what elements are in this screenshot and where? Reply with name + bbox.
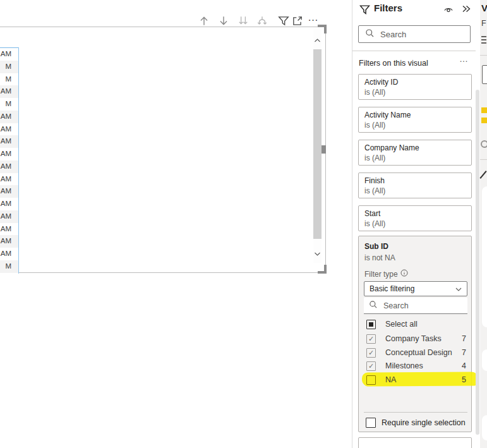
value-count: 5 — [462, 375, 466, 384]
values-search-input[interactable] — [382, 301, 457, 311]
filter-card-finish[interactable]: Finish is (All) — [358, 173, 472, 198]
value-row-na[interactable]: NA 5 — [366, 373, 466, 386]
more-options-icon[interactable]: … — [308, 11, 319, 24]
require-single-selection-row[interactable]: Require single selection — [366, 416, 466, 429]
filter-field-name: Finish — [364, 176, 471, 186]
checked-checkbox[interactable]: ✓ — [366, 348, 376, 358]
table-cell-text: AM — [1, 87, 11, 95]
table-row[interactable]: M — [0, 260, 18, 273]
filter-type-dropdown[interactable]: Basic filtering — [364, 281, 467, 296]
filter-card-activity-name[interactable]: Activity Name is (All) — [358, 107, 472, 133]
table-row[interactable]: M — [0, 61, 18, 73]
visualizations-pane-title-partial: V — [481, 3, 487, 13]
filter-type-label-row: Filter type — [364, 269, 408, 279]
filter-card-start[interactable]: Start is (All) — [358, 205, 472, 231]
timeline-table[interactable]: AMMMAMMAMAMAMAMAMAMAMAMAMAMAMAMM — [0, 47, 19, 274]
checked-checkbox[interactable]: ✓ — [366, 361, 376, 371]
table-row[interactable]: AM — [0, 198, 18, 210]
table-row[interactable]: AM — [0, 248, 18, 260]
list-icon — [481, 42, 486, 44]
value-row-milestones[interactable]: ✓ Milestones 4 — [366, 360, 466, 372]
values-search-box[interactable] — [364, 298, 467, 314]
gear-icon[interactable] — [481, 140, 487, 148]
button-fragment[interactable] — [482, 65, 487, 84]
table-cell-text: AM — [1, 237, 11, 245]
table-cell-text: AM — [1, 137, 11, 145]
select-all-row[interactable]: Select all — [366, 318, 466, 330]
value-count: 7 — [462, 334, 466, 343]
table-cell-text: AM — [1, 162, 11, 170]
table-row[interactable]: AM — [0, 235, 18, 248]
table-row[interactable]: AM — [0, 223, 18, 236]
filter-icon[interactable] — [278, 15, 289, 27]
visual-resize-handle-bottom-right[interactable] — [318, 265, 327, 274]
filters-pane-scrollbar[interactable] — [476, 90, 479, 435]
filters-pane-title: Filters — [374, 3, 402, 13]
collapse-pane-icon[interactable] — [461, 4, 471, 14]
card-divider — [364, 412, 467, 413]
field-well-card-fragment — [482, 415, 487, 440]
scrollbar-thumb[interactable] — [313, 49, 322, 239]
value-row-conceptual-design[interactable]: ✓ Conceptual Design 7 — [366, 346, 466, 359]
scroll-up-icon[interactable] — [314, 34, 321, 45]
visual-type-icon-fragment[interactable] — [481, 107, 487, 113]
visual-type-icon-fragment[interactable] — [481, 118, 487, 123]
focus-mode-icon[interactable] — [292, 15, 303, 27]
scroll-down-icon[interactable] — [314, 248, 321, 259]
filter-field-name: Activity ID — [364, 77, 471, 87]
table-row[interactable]: AM — [0, 185, 18, 198]
table-row[interactable]: AM — [0, 111, 18, 123]
table-cell-text: M — [5, 75, 11, 83]
table-visual-frame[interactable] — [0, 27, 326, 273]
filter-card-activity-id[interactable]: Activity ID is (All) — [358, 74, 472, 100]
filters-search-box[interactable] — [358, 25, 471, 43]
checkmark-icon: ✓ — [368, 336, 374, 342]
drill-down-icon[interactable] — [218, 15, 229, 27]
go-to-next-level-icon[interactable] — [237, 15, 249, 27]
table-row[interactable]: AM — [0, 123, 18, 136]
table-cell-text: M — [5, 262, 11, 270]
filter-card-sub-id[interactable]: Sub ID is not NA Filter type Basic filte… — [358, 236, 472, 432]
checked-checkbox[interactable]: ✓ — [366, 334, 376, 344]
table-row[interactable]: AM — [0, 173, 18, 186]
table-cell-text: AM — [1, 225, 11, 233]
chevron-icon-fragment[interactable] — [479, 171, 486, 179]
table-cell-text: AM — [1, 200, 11, 207]
value-label: Milestones — [385, 361, 462, 370]
filter-card-company-name[interactable]: Company Name is (All) — [358, 140, 472, 166]
section-label: Filters on this visual — [359, 59, 428, 68]
value-label: Conceptual Design — [385, 348, 462, 357]
pane-visibility-eye-icon[interactable] — [443, 4, 454, 15]
expand-all-down-icon[interactable] — [256, 15, 268, 27]
table-row[interactable]: AM — [0, 148, 18, 160]
table-row[interactable]: AM — [0, 160, 18, 173]
drill-up-icon[interactable] — [198, 15, 210, 27]
table-scrollbar[interactable] — [313, 28, 322, 263]
visual-resize-handle-right[interactable] — [322, 145, 326, 154]
value-row-company-tasks[interactable]: ✓ Company Tasks 7 — [366, 332, 466, 345]
table-row[interactable]: AM — [0, 210, 18, 223]
field-well-card-fragment — [482, 349, 487, 371]
filters-search-input[interactable] — [379, 29, 464, 40]
unchecked-checkbox[interactable] — [366, 375, 376, 385]
filter-condition: is not NA — [364, 253, 395, 262]
filter-field-name: Sub ID — [364, 242, 388, 251]
pane-divider — [480, 55, 487, 56]
require-single-checkbox[interactable] — [366, 418, 376, 428]
table-row[interactable]: M — [0, 73, 18, 86]
table-cell-text: AM — [1, 250, 11, 257]
info-icon[interactable] — [400, 269, 408, 279]
table-row[interactable]: AM — [0, 48, 18, 61]
select-all-label: Select all — [385, 320, 466, 329]
filter-condition: is (All) — [364, 153, 471, 164]
table-row[interactable]: M — [0, 98, 18, 111]
table-cell-text: M — [5, 63, 11, 70]
filters-funnel-icon — [359, 4, 370, 15]
value-label: Company Tasks — [385, 334, 462, 343]
list-icon — [481, 39, 486, 40]
filter-card-partial[interactable] — [358, 437, 472, 448]
select-all-checkbox[interactable] — [366, 320, 376, 329]
table-row[interactable]: AM — [0, 135, 18, 148]
table-row[interactable]: AM — [0, 85, 18, 98]
section-more-options-icon[interactable]: … — [459, 54, 469, 64]
